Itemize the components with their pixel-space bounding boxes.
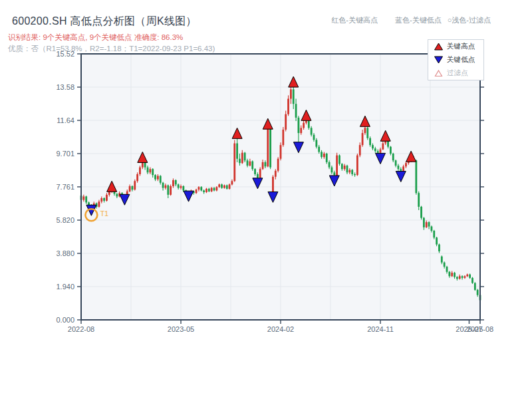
candle-body (402, 166, 404, 170)
candle-body (293, 89, 295, 104)
candle-body (471, 278, 473, 283)
candle-body (223, 186, 225, 188)
legend-label-filtered: 过滤点 (447, 68, 468, 78)
candle-body (280, 145, 282, 159)
candle-body (213, 188, 215, 191)
candle-body (218, 184, 220, 187)
y-axis-tick-label: 1.940 (56, 283, 74, 291)
candle-body (436, 237, 438, 244)
chart-legend-box: 关键高点 关键低点 过滤点 (428, 39, 484, 80)
candle-body (323, 154, 325, 157)
candle-body (338, 156, 340, 164)
candle-body (380, 150, 382, 153)
candle-body (259, 169, 261, 178)
candle-body (215, 187, 217, 190)
candle-body (103, 198, 105, 201)
candle-body (165, 186, 167, 188)
candle-body (446, 267, 448, 272)
candle-body (351, 170, 353, 174)
candle-body (333, 172, 335, 175)
candle-body (85, 196, 87, 202)
candle-body (198, 187, 200, 190)
candle-body (269, 128, 271, 167)
candle-body (392, 154, 394, 160)
candle-body (464, 276, 466, 278)
candle-body (162, 183, 164, 188)
candle-body (387, 141, 389, 147)
candle-body (267, 128, 269, 166)
candle-body (106, 195, 108, 201)
candle-body (369, 138, 371, 145)
candle-body (239, 159, 241, 163)
candle-body (175, 180, 177, 184)
candle-body (395, 160, 397, 166)
candle-body (244, 153, 246, 161)
candle-body (208, 189, 210, 192)
candle-body (346, 166, 348, 172)
y-axis-tick-label: 15.52 (56, 50, 74, 58)
candle-body (431, 227, 433, 231)
candle-body (456, 277, 458, 279)
candle-body (377, 151, 379, 153)
legend-label-key-high: 关键高点 (447, 42, 475, 51)
candle-body (82, 196, 84, 200)
y-axis-tick-label: 0.000 (56, 316, 74, 324)
candle-body (170, 186, 172, 195)
candle-body (308, 121, 310, 128)
y-axis-tick-label: 9.701 (56, 150, 74, 158)
candle-body (444, 263, 446, 267)
candle-body (305, 121, 307, 123)
stock-analysis-page: 600200.SH 高低点分析图（周K线图） 识别结果: 9个关键高点, 9个关… (0, 0, 532, 399)
candle-body (356, 156, 358, 176)
candle-body (247, 160, 249, 166)
candle-body (98, 201, 100, 207)
candle-body (229, 184, 231, 188)
candle-body (374, 148, 376, 151)
y-axis-tick-label: 7.761 (56, 183, 74, 191)
candle-body (265, 162, 267, 166)
candle-body (196, 190, 198, 193)
candle-body (154, 175, 156, 179)
candle-body (382, 144, 384, 150)
candle-body (172, 180, 174, 186)
candle-body (277, 159, 279, 171)
x-axis-tick-label: 2022-08 (68, 325, 94, 333)
candle-body (149, 169, 151, 172)
candle-body (200, 187, 202, 190)
candle-body (448, 272, 450, 276)
candle-body (129, 186, 131, 192)
candle-body (275, 171, 277, 177)
candle-body (167, 186, 169, 195)
blue-triangle-down-icon (434, 56, 443, 64)
candle-body (311, 128, 313, 134)
candle-body (329, 162, 331, 168)
candle-body (249, 162, 251, 166)
legend-row-key-high: 关键高点 (428, 40, 483, 53)
candle-body (341, 164, 343, 169)
candle-body (231, 181, 233, 184)
candle-body (221, 184, 223, 188)
candle-body (251, 162, 253, 170)
y-axis-tick-label: 5.820 (56, 216, 74, 224)
x-axis-tick-label: 2024-11 (367, 325, 394, 333)
y-axis-tick-label: 13.58 (56, 83, 74, 91)
candle-body (348, 170, 350, 172)
candle-body (364, 128, 366, 133)
candle-body (132, 186, 134, 190)
annotation-label: T1 (100, 209, 108, 217)
x-axis-tick-label: 2025-08 (467, 325, 493, 333)
candle-body (152, 169, 154, 175)
candle-body (372, 145, 374, 148)
candle-body (344, 166, 346, 169)
candle-body (362, 133, 364, 145)
candle-body (454, 273, 456, 277)
candle-body (321, 152, 323, 157)
candle-body (398, 166, 400, 169)
candle-body (451, 273, 453, 276)
candle-body (226, 186, 228, 189)
y-axis-tick-label: 3.880 (56, 249, 74, 257)
candle-body (282, 130, 284, 145)
candle-body (426, 222, 428, 227)
candle-body (405, 163, 407, 166)
candle-body (459, 276, 461, 279)
